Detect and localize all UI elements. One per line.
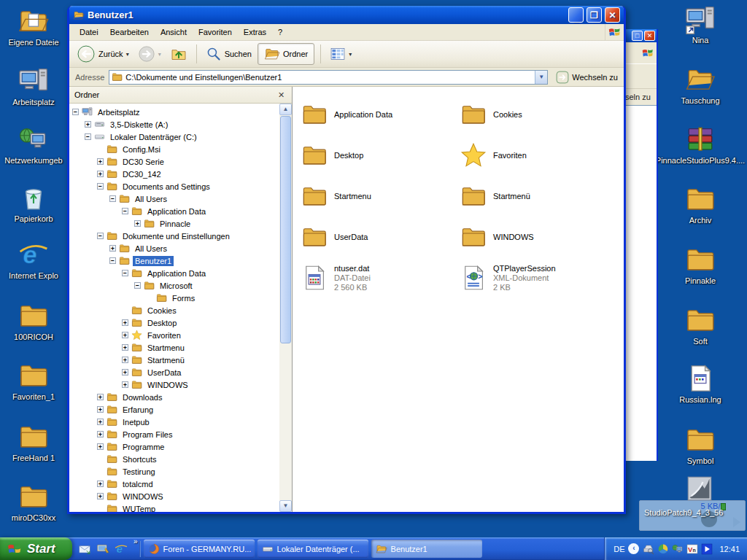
menu-bearbeiten[interactable]: Bearbeiten <box>104 26 155 39</box>
close-button[interactable]: ✕ <box>644 31 655 41</box>
address-dropdown-button[interactable]: ▼ <box>535 71 547 84</box>
go-button[interactable]: Wechseln zu <box>552 71 622 84</box>
collapse-toggle[interactable]: − <box>134 282 141 289</box>
tray-network-icon[interactable] <box>672 543 684 555</box>
expand-toggle[interactable]: + <box>97 481 104 487</box>
tree-item-forms[interactable]: Forms <box>69 292 279 304</box>
file-item-desktop[interactable]: Desktop <box>301 135 460 176</box>
show-desktop-button[interactable] <box>96 542 109 556</box>
tree-item-testirung[interactable]: Testirung <box>69 465 279 478</box>
expand-toggle[interactable]: + <box>97 419 104 425</box>
file-item-application-data[interactable]: Application Data <box>301 94 460 135</box>
collapse-toggle[interactable]: − <box>109 257 116 264</box>
task-button-foren-germany-ru[interactable]: Foren - GERMANY.RU... <box>144 540 255 558</box>
task-button-benutzer1[interactable]: Benutzer1 <box>371 540 482 558</box>
menu-ansicht[interactable]: Ansicht <box>155 26 193 39</box>
tree-item-inetpub[interactable]: +Inetpub <box>69 416 279 428</box>
views-button[interactable]: ▾ <box>327 44 355 63</box>
menu-datei[interactable]: Datei <box>74 26 104 39</box>
collapse-toggle[interactable]: − <box>109 195 116 202</box>
desktop-icon-eigene-dateie[interactable]: Eigene Dateie <box>0 6 67 47</box>
tree-item-all-users[interactable]: +All Users <box>69 242 279 254</box>
collapse-toggle[interactable]: − <box>97 183 104 190</box>
background-window[interactable]: □ ✕ seln zu <box>624 29 658 461</box>
forward-dropdown-arrow[interactable]: ▾ <box>158 51 161 58</box>
tray-play-icon[interactable] <box>701 543 713 555</box>
desktop-icon-symbol[interactable]: Symbol <box>654 424 747 465</box>
maximize-button[interactable]: ❐ <box>587 7 602 23</box>
tree-item-microsoft[interactable]: −Microsoft <box>69 279 279 292</box>
tray-swirl-icon[interactable] <box>657 543 669 555</box>
expand-toggle[interactable]: + <box>122 344 128 351</box>
collapse-toggle[interactable]: − <box>85 133 91 140</box>
tree-item-documents-and-settings[interactable]: −Documents and Settings <box>69 180 279 192</box>
expand-toggle[interactable]: + <box>122 357 128 363</box>
minimize-button[interactable]: _ <box>568 7 584 23</box>
file-item-ntuser-dat[interactable]: ntuser.datDAT-Datei 2 560 KB <box>301 257 460 298</box>
scroll-up-button[interactable]: ▲ <box>279 104 292 115</box>
forward-button[interactable]: ▾ <box>135 44 164 64</box>
outlook-express-button[interactable] <box>78 542 91 556</box>
tree-item-userdata[interactable]: +UserData <box>69 366 279 378</box>
tree-item-dc30-142[interactable]: +DC30_142 <box>69 168 279 180</box>
file-item-startmen[interactable]: Startmenü <box>460 176 624 217</box>
expand-toggle[interactable]: + <box>97 394 104 400</box>
up-button[interactable] <box>167 44 190 64</box>
expand-toggle[interactable]: + <box>97 443 104 450</box>
tree-item-downloads[interactable]: +Downloads <box>69 391 279 403</box>
close-button[interactable]: ✕ <box>605 7 620 23</box>
desktop-icon-archiv[interactable]: Archiv <box>654 184 747 225</box>
tree-item-lokaler-datentr-ger-c[interactable]: −Lokaler Datenträger (C:) <box>69 131 279 143</box>
tree-item-dc30-serie[interactable]: +DC30 Serie <box>69 155 279 168</box>
tree-item-startmenu[interactable]: +Startmenu <box>69 341 279 354</box>
task-button-lokaler-datentr-ger[interactable]: Lokaler Datenträger (... <box>258 540 368 558</box>
back-dropdown-arrow[interactable]: ▾ <box>126 51 129 58</box>
tree-item-desktop[interactable]: +Desktop <box>69 316 279 329</box>
file-item-startmenu[interactable]: Startmenu <box>301 176 460 217</box>
desktop-icon-favoriten-1[interactable]: Favoriten_1 <box>0 360 67 401</box>
tree-item-windows[interactable]: +WINDOWS <box>69 490 279 502</box>
desktop-icon-tauschung[interactable]: Tauschung <box>654 64 747 105</box>
clock[interactable]: 12:41 <box>719 545 740 553</box>
file-item-qtplayersession[interactable]: QTPlayerSessionXML-Dokument 2 KB <box>460 257 624 298</box>
expand-toggle[interactable]: + <box>97 171 104 177</box>
tree-item-benutzer1[interactable]: −Benutzer1 <box>69 254 279 267</box>
file-item-windows[interactable]: WINDOWS <box>460 217 624 257</box>
desktop-icon-freehand-1[interactable]: FreeHand 1 <box>0 421 67 462</box>
menu-favoriten[interactable]: Favoriten <box>193 26 238 39</box>
language-indicator[interactable]: DE <box>614 545 624 553</box>
address-input[interactable]: C:\Dokumente und Einstellungen\Benutzer1… <box>109 70 548 85</box>
tree-item-dokumente-und-einstellungen[interactable]: −Dokumente und Einstellungen <box>69 230 279 242</box>
collapse-toggle[interactable]: − <box>122 208 128 214</box>
expand-toggle[interactable]: + <box>97 493 104 499</box>
tree-item-erfarung[interactable]: +Erfarung <box>69 403 279 416</box>
search-button[interactable]: Suchen <box>203 44 255 63</box>
tray-scanner-icon[interactable] <box>643 543 654 555</box>
expand-toggle[interactable]: + <box>97 406 104 413</box>
expand-toggle[interactable]: + <box>134 220 141 227</box>
desktop-icon-nina[interactable]: Nina <box>654 4 747 44</box>
tree-item-program-files[interactable]: +Program Files <box>69 428 279 440</box>
scroll-down-button[interactable]: ▼ <box>279 500 292 512</box>
tree-item-totalcmd[interactable]: +totalcmd <box>69 478 279 490</box>
desktop-icon-arbeitsplatz[interactable]: Arbeitsplatz <box>0 66 67 106</box>
desktop-icon-pinnaclestudioplus9-4[interactable]: PinnacleStudioPlus9.4.... <box>654 124 747 165</box>
views-dropdown-arrow[interactable]: ▾ <box>349 51 352 58</box>
desktop-icon-100ricoh[interactable]: 100RICOH <box>0 300 67 341</box>
back-button[interactable]: Zurück ▾ <box>74 43 132 65</box>
menu-extras[interactable]: Extras <box>238 26 272 39</box>
selection-overlay-panel[interactable]: 5 KB/s StudioPatch9_4_3_56 <box>639 500 746 531</box>
expand-toggle[interactable]: + <box>122 332 128 338</box>
desktop-icon-netzwerkumgeb[interactable]: Netzwerkumgeb <box>0 124 67 165</box>
expand-toggle[interactable]: + <box>97 158 104 165</box>
close-folders-pane-button[interactable]: ✕ <box>276 90 287 101</box>
collapse-toggle[interactable]: − <box>97 233 104 239</box>
studiopatch-icon[interactable] <box>686 475 713 502</box>
tree-item-shortcuts[interactable]: Shortcuts <box>69 453 279 465</box>
quick-launch-overflow-chevron[interactable]: » <box>133 537 138 560</box>
maximize-button[interactable]: □ <box>632 31 643 41</box>
desktop-icon-soft[interactable]: Soft <box>654 305 747 346</box>
collapse-toggle[interactable]: − <box>72 109 79 115</box>
tree-item-cookies[interactable]: Cookies <box>69 304 279 316</box>
scroll-track[interactable] <box>279 344 292 500</box>
